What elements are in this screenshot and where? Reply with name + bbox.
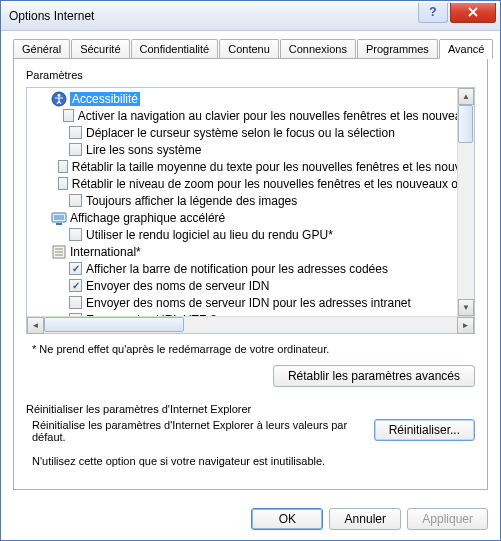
reset-description: Réinitialise les paramètres d'Internet E… [32, 419, 364, 443]
category-label: Affichage graphique accéléré [70, 211, 225, 225]
checkbox[interactable]: ✓ [69, 262, 82, 275]
checkbox[interactable] [63, 109, 74, 122]
help-button[interactable]: ? [418, 3, 448, 23]
checkbox-label: Déplacer le curseur système selon le foc… [86, 126, 395, 140]
restore-advanced-button[interactable]: Rétablir les paramètres avancés [273, 365, 475, 387]
advanced-pane: Paramètres AccessibilitéActiver la navig… [13, 58, 488, 490]
category-label: Accessibilité [70, 92, 140, 106]
checkbox-label: Lire les sons système [86, 143, 201, 157]
window-title: Options Internet [9, 9, 418, 23]
checkbox-label: Activer la navigation au clavier pour le… [78, 109, 474, 123]
close-icon [467, 7, 479, 17]
checkbox-label: Envoyer des noms de serveur IDN [86, 279, 269, 293]
tree-checkbox-item[interactable]: Déplacer le curseur système selon le foc… [27, 124, 474, 141]
scroll-right-arrow[interactable]: ► [457, 317, 474, 334]
tree-category[interactable]: Affichage graphique accéléré [27, 209, 474, 226]
scroll-left-arrow[interactable]: ◄ [27, 317, 44, 334]
tab-strip: Général Sécurité Confidentialité Contenu… [13, 39, 488, 58]
checkbox-label: Utiliser le rendu logiciel au lieu du re… [86, 228, 333, 242]
vertical-scrollbar[interactable]: ▲ ▼ [457, 88, 474, 316]
tree-checkbox-item[interactable]: ✓Envoyer des noms de serveur IDN [27, 277, 474, 294]
accessibility-icon [51, 91, 67, 107]
vscroll-track[interactable] [458, 105, 474, 299]
graphics-icon [51, 210, 67, 226]
checkbox-label: Afficher la barre de notification pour l… [86, 262, 388, 276]
category-label: International* [70, 245, 141, 259]
client-area: Général Sécurité Confidentialité Contenu… [1, 31, 500, 500]
scroll-up-arrow[interactable]: ▲ [458, 88, 474, 105]
tree-category[interactable]: Accessibilité [27, 90, 474, 107]
reset-label: Réinitialiser les paramètres d'Internet … [26, 403, 475, 415]
dialog-footer: OK Annuler Appliquer [1, 500, 500, 540]
svg-rect-4 [56, 223, 62, 225]
checkbox[interactable] [69, 194, 82, 207]
tree-checkbox-item[interactable]: ✓Afficher la barre de notification pour … [27, 260, 474, 277]
svg-rect-3 [54, 215, 64, 220]
tree-checkbox-item[interactable]: Rétablir le niveau de zoom pour les nouv… [27, 175, 474, 192]
checkbox[interactable] [69, 143, 82, 156]
hscroll-thumb[interactable] [44, 317, 184, 332]
options-dialog: Options Internet ? Général Sécurité Conf… [0, 0, 501, 541]
checkbox[interactable] [58, 160, 68, 173]
reset-section: Réinitialiser les paramètres d'Internet … [26, 403, 475, 467]
settings-tree[interactable]: AccessibilitéActiver la navigation au cl… [26, 87, 475, 334]
checkbox-label: Rétablir la taille moyenne du texte pour… [72, 160, 474, 174]
tree-checkbox-item[interactable]: Activer la navigation au clavier pour le… [27, 107, 474, 124]
tab-content[interactable]: Contenu [219, 39, 279, 58]
tree-checkbox-item[interactable]: Lire les sons système [27, 141, 474, 158]
ok-button[interactable]: OK [251, 508, 323, 530]
cancel-button[interactable]: Annuler [329, 508, 401, 530]
tab-connections[interactable]: Connexions [280, 39, 356, 58]
tab-programs[interactable]: Programmes [357, 39, 438, 58]
tree-checkbox-item[interactable]: Utiliser le rendu logiciel au lieu du re… [27, 226, 474, 243]
close-button[interactable] [450, 3, 496, 23]
tab-security[interactable]: Sécurité [71, 39, 129, 58]
settings-label: Paramètres [26, 69, 475, 81]
tree-checkbox-item[interactable]: Toujours afficher la légende des images [27, 192, 474, 209]
hscroll-track[interactable] [44, 317, 457, 334]
reset-warning: N'utilisez cette option que si votre nav… [32, 455, 475, 467]
restart-note: * Ne prend effet qu'après le redémarrage… [32, 343, 475, 355]
checkbox[interactable] [69, 228, 82, 241]
checkbox-label: Rétablir le niveau de zoom pour les nouv… [72, 177, 474, 191]
tree-viewport: AccessibilitéActiver la navigation au cl… [27, 88, 474, 316]
vscroll-thumb[interactable] [458, 105, 473, 143]
tab-general[interactable]: Général [13, 39, 70, 58]
tree-checkbox-item[interactable]: Envoyer des noms de serveur IDN pour les… [27, 294, 474, 311]
title-bar: Options Internet ? [1, 1, 500, 31]
scroll-down-arrow[interactable]: ▼ [458, 299, 474, 316]
tree-category[interactable]: International* [27, 243, 474, 260]
checkbox-label: Toujours afficher la légende des images [86, 194, 297, 208]
checkbox[interactable] [69, 126, 82, 139]
tab-advanced[interactable]: Avancé [439, 39, 494, 59]
svg-point-1 [58, 94, 61, 97]
international-icon [51, 244, 67, 260]
apply-button[interactable]: Appliquer [407, 508, 488, 530]
checkbox[interactable] [58, 177, 68, 190]
horizontal-scrollbar[interactable]: ◄ ► [27, 316, 474, 333]
checkbox[interactable] [69, 296, 82, 309]
tree-checkbox-item[interactable]: Rétablir la taille moyenne du texte pour… [27, 158, 474, 175]
checkbox[interactable]: ✓ [69, 279, 82, 292]
reset-button[interactable]: Réinitialiser... [374, 419, 475, 441]
tab-privacy[interactable]: Confidentialité [131, 39, 219, 58]
checkbox-label: Envoyer des noms de serveur IDN pour les… [86, 296, 411, 310]
